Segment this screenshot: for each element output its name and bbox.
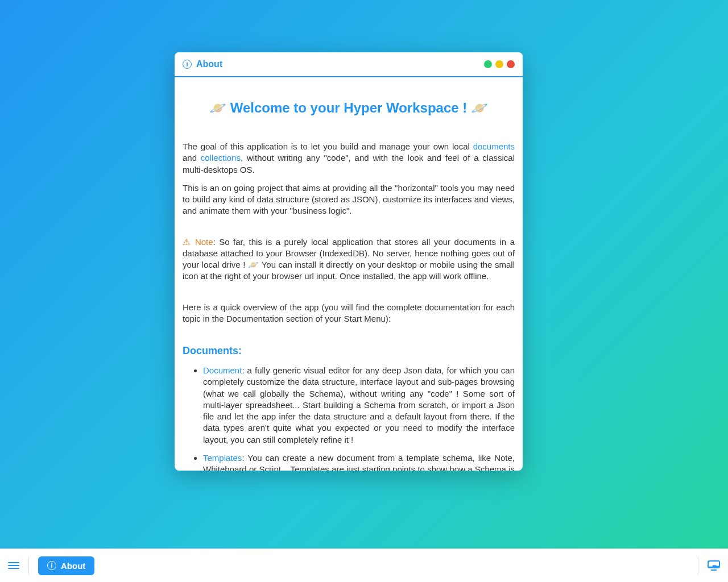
- page-title: 🪐 Welcome to your Hyper Workspace ! 🪐: [183, 100, 515, 116]
- taskbar: About ▁▃▂: [0, 548, 728, 582]
- page-title-text: Welcome to your Hyper Workspace !: [230, 100, 468, 115]
- documents-list: Document: a fully generic visual editor …: [183, 365, 515, 471]
- list-item: Document: a fully generic visual editor …: [203, 365, 515, 446]
- taskbar-divider: [28, 556, 29, 575]
- title-prefix-icon: 🪐: [209, 100, 226, 115]
- close-icon[interactable]: [507, 60, 515, 68]
- window-body: 🪐 Welcome to your Hyper Workspace ! 🪐 Th…: [175, 77, 523, 471]
- about-window: About 🪐 Welcome to your Hyper Workspace …: [175, 52, 523, 471]
- window-title-group: About: [183, 59, 222, 69]
- intro-paragraph-2: This is an on going project that aims at…: [183, 182, 515, 217]
- title-suffix-icon: 🪐: [471, 100, 488, 115]
- templates-link[interactable]: Templates: [203, 453, 242, 463]
- window-title: About: [196, 59, 222, 69]
- taskbar-divider: [698, 556, 698, 575]
- menu-icon[interactable]: [8, 562, 19, 569]
- maximize-icon[interactable]: [484, 60, 492, 68]
- note-label: Note: [195, 237, 213, 247]
- documents-link[interactable]: documents: [473, 142, 515, 151]
- intro-paragraph-1: The goal of this application is to let y…: [183, 141, 515, 176]
- system-monitor-icon[interactable]: ▁▃▂: [708, 560, 720, 571]
- note-paragraph: ⚠ Note: So far, this is a purely local a…: [183, 236, 515, 282]
- window-header: About: [175, 52, 523, 77]
- document-link[interactable]: Document: [203, 365, 242, 375]
- list-item: Templates: You can create a new document…: [203, 452, 515, 471]
- warning-icon: ⚠: [183, 237, 191, 247]
- collections-link[interactable]: collections: [201, 153, 241, 163]
- taskbar-right: ▁▃▂: [708, 560, 720, 571]
- minimize-icon[interactable]: [495, 60, 503, 68]
- taskbar-tab-label: About: [61, 561, 85, 571]
- info-icon: [47, 561, 56, 570]
- documents-section-title: Documents:: [183, 345, 515, 357]
- content-scroll[interactable]: 🪐 Welcome to your Hyper Workspace ! 🪐 Th…: [183, 77, 515, 471]
- info-icon: [183, 60, 192, 69]
- window-controls: [484, 60, 515, 68]
- overview-paragraph: Here is a quick overview of the app (you…: [183, 302, 515, 325]
- taskbar-tab-about[interactable]: About: [38, 556, 94, 575]
